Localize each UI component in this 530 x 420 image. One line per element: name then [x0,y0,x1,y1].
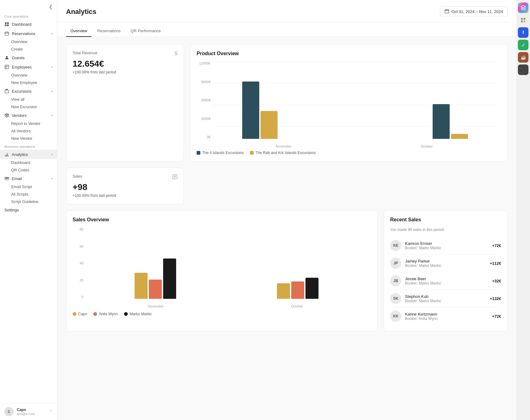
content-area: Total Revenue $ 12.654€ +100.00% from la… [57,37,516,345]
sidebar-item-label: Guests [12,55,24,60]
sidebar-item-reservations[interactable]: Reservations ▾ [0,29,57,38]
sidebar-item-guests[interactable]: Guests [0,53,57,62]
sidebar-item-dashboard[interactable]: Dashboard [0,20,57,29]
sale-avatar: JB [390,275,401,286]
footer-username: Capo [17,408,46,412]
dock-icon-1[interactable] [518,15,528,25]
sidebar-item-analytics-dashboard[interactable]: Dashboard [0,159,57,166]
sale-item: SK Stephon Kub Booker: Marko Markic +132… [390,290,501,307]
svg-rect-2 [5,24,7,26]
svg-rect-14 [524,21,525,22]
sidebar-item-label: Employees [12,65,32,69]
sidebar-item-excursions-viewall[interactable]: View all [0,96,57,103]
sidebar-item-excursions[interactable]: Excursions ▾ [0,86,57,96]
sale-avatar: JP [390,258,401,269]
sidebar-item-label: Excursions [12,89,32,94]
svg-rect-1 [7,22,9,24]
sidebar-item-vendors[interactable]: Vendors ▾ [0,111,57,120]
dock-icon-5[interactable]: ⬛ [518,64,528,75]
bar-november-rabkrk [261,111,278,139]
row-sales-metric: Sales +98 +100.00% from last period [66,168,508,204]
section-label-business: Business operations [0,142,57,150]
sidebar-item-email-allscripts[interactable]: All Scripts [0,191,57,198]
svg-rect-3 [7,24,9,26]
tab-overview[interactable]: Overview [66,26,91,37]
sales-overview-legend: Capo Anita Wynn Marko Markic [73,312,371,316]
sale-name: Kamron Ernser [405,241,488,246]
svg-rect-4 [5,32,9,36]
sale-booker: Booker: Marko Markic [405,263,486,268]
chevron-down-icon: ▾ [51,177,53,180]
total-revenue-change: +100.00% from last period [73,70,177,74]
svg-rect-0 [5,22,7,24]
sidebar-header: ❮ [0,0,57,12]
bar-october-rabkrk [451,134,468,139]
sale-item: JB Jessie Beer Booker: Marko Markic +32€ [390,272,501,290]
chart-icon [4,152,9,157]
svg-rect-11 [521,18,523,20]
sales-value: +98 [73,182,177,192]
table-icon [4,64,9,69]
dock-icon-0[interactable] [518,2,528,13]
chevron-down-icon: ▾ [51,32,53,35]
dock-icon-2[interactable]: f [518,27,528,38]
date-range-button[interactable]: Oct 31, 2024 – Nov 11, 2024 [440,6,508,17]
total-revenue-card: Total Revenue $ 12.654€ +100.00% from la… [66,44,184,161]
sidebar-item-settings[interactable]: Settings [0,206,57,214]
tab-reservations[interactable]: Reservations [93,26,125,37]
sidebar: ❮ Core operations Dashboard Reservations… [0,0,57,420]
sale-amount: +112€ [490,261,501,266]
tab-qr-performance[interactable]: QR Performance [126,26,165,37]
sales-change: +100.00% from last period [73,193,177,198]
calendar-icon [445,9,449,14]
sale-amount: +72€ [492,243,501,248]
recent-sales-subtitle: You made 98 sales in this period. [390,228,501,232]
sale-name: Karine Kertzmann [405,312,488,316]
sidebar-item-email-script[interactable]: Email Script [0,183,57,191]
sidebar-item-vendors-new[interactable]: New Vendor [0,135,57,142]
sale-avatar: KE [390,240,401,251]
sidebar-item-label: Email [12,176,22,181]
grid-icon [4,22,9,27]
chevron-down-icon: ▾ [51,114,53,117]
sales-overview-chart: 80 60 40 20 0 [73,228,371,308]
sidebar-item-email[interactable]: Email ▾ [0,174,57,183]
sidebar-item-reservations-create[interactable]: Create [0,46,57,53]
sidebar-item-employees[interactable]: Employees ▾ [0,62,57,72]
bar-october-islands4 [433,104,450,139]
sidebar-item-employees-overview[interactable]: Overview [0,72,57,79]
section-label-core: Core operations [0,12,57,20]
svg-point-5 [6,56,7,58]
sale-name: Jessie Beer [405,276,488,281]
sidebar-item-reservations-overview[interactable]: Overview [0,38,57,46]
dock-icon-3[interactable]: ✓ [518,40,528,50]
sale-item: KK Karine Kertzmann Booker: Anita Wynn +… [390,307,501,325]
sale-amount: +72€ [492,314,501,319]
dock-icon-4[interactable]: ☕ [518,52,528,63]
sidebar-item-email-guideline[interactable]: Script Guideline [0,198,57,206]
sidebar-item-analytics[interactable]: Analytics ▾ [0,150,57,159]
bar-nov-capo [135,273,148,299]
sidebar-item-employees-new[interactable]: New Employee [0,79,57,86]
chevron-down-icon: ▾ [51,153,53,156]
product-overview-legend: The 4 Islands Excursions The Rab and Krk… [197,151,501,155]
svg-rect-13 [521,21,523,22]
bar-november-islands4 [242,82,259,139]
row-1: Total Revenue $ 12.654€ +100.00% from la… [66,44,508,161]
sidebar-item-label: Reservations [12,31,35,36]
product-overview-card: Product Overview 12000€ 9000€ 6000€ 3000… [190,44,508,161]
svg-rect-12 [524,18,525,20]
sidebar-item-vendors-report[interactable]: Report to Vendor [0,120,57,127]
box-icon [4,89,9,94]
sale-item: JP Jamey Parker Booker: Marko Markic +11… [390,254,501,272]
sidebar-item-label: Settings [4,208,19,212]
sidebar-item-analytics-qrcodes[interactable]: QR Codes [0,166,57,174]
sale-booker: Booker: Anita Wynn [405,316,488,321]
sidebar-item-label: Analytics [12,152,28,157]
sales-card: Sales +98 +100.00% from last period [66,168,184,204]
sidebar-item-vendors-all[interactable]: All Vendors [0,127,57,135]
sidebar-collapse-button[interactable]: ❮ [49,4,53,10]
sidebar-item-excursions-new[interactable]: New Excursion [0,103,57,111]
sale-item: KE Kamron Ernser Booker: Marko Markic +7… [390,237,501,254]
expand-icon[interactable]: ⌃ [49,409,53,414]
